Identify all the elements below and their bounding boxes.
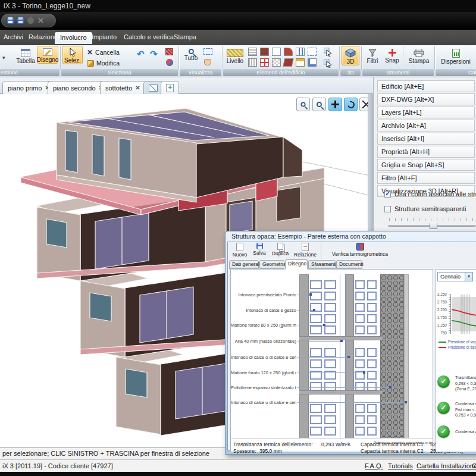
- brick-cell: [355, 415, 365, 424]
- green-line-swatch: [439, 342, 446, 343]
- selection-rect-icon[interactable]: [203, 48, 212, 55]
- relazione-button[interactable]: Relazione: [292, 243, 318, 258]
- tutto-button[interactable]: Tutto: [181, 46, 201, 62]
- filtri-button[interactable]: Filtri: [364, 46, 381, 65]
- tab-documenti[interactable]: Documenti: [336, 260, 362, 269]
- dimension-element-icon[interactable]: [296, 48, 305, 56]
- hand-icon[interactable]: [204, 59, 211, 65]
- pick-element-icon[interactable]: [324, 48, 332, 57]
- save-icon[interactable]: [7, 17, 14, 24]
- add-tab-icon: [166, 84, 174, 92]
- tab-dati-generali[interactable]: Dati generali: [229, 260, 259, 269]
- struttura-opaca-dialog[interactable]: Struttura opaca: Esempio - Parete estern…: [225, 231, 476, 455]
- compass-icon[interactable]: [166, 59, 173, 66]
- brick-cell: [355, 382, 365, 391]
- brick-cell: [355, 427, 365, 436]
- panel-item-edificio[interactable]: Edificio [Alt+E]: [377, 80, 475, 92]
- zoom-window-button[interactable]: [296, 98, 310, 111]
- menu-tab-calcolo-verifica[interactable]: Calcolo e verifica: [124, 33, 174, 40]
- draw-icon: [43, 48, 52, 56]
- layer-label: Intonaco di calce e gesso: [231, 308, 296, 313]
- roof-element-icon[interactable]: [284, 48, 293, 56]
- link-faq[interactable]: F.A.Q.: [365, 462, 383, 469]
- close-icon[interactable]: ✕: [37, 17, 44, 24]
- window4-element-icon[interactable]: [260, 58, 269, 67]
- menu-tab-relazione[interactable]: Relazione: [29, 33, 58, 40]
- disegno-button[interactable]: Disegno: [37, 46, 58, 64]
- door-element-icon[interactable]: [260, 48, 269, 56]
- orbit-icon: [346, 100, 356, 109]
- menu-tab-involucro[interactable]: Involucro: [55, 32, 92, 44]
- tab-geometria[interactable]: Geometria: [259, 260, 284, 269]
- month-select[interactable]: Gennaio ▼: [437, 272, 473, 281]
- tab-disegno[interactable]: Disegno: [285, 259, 308, 270]
- panel-item-inserisci[interactable]: Inserisci [Alt+I]: [377, 133, 475, 145]
- checkbox-colori-strutture[interactable]: Usa i colori associati alle strutture: [384, 190, 476, 198]
- legend-vapore: Pressione di vapore [Pa]: [439, 340, 476, 344]
- group-calcolo: Calcolo: [436, 69, 476, 76]
- panel-item-proprieta[interactable]: Proprietà [Alt+H]: [377, 146, 475, 158]
- tabella-button[interactable]: Tabella: [15, 46, 36, 65]
- verifica-termoigrometrica-button[interactable]: Verifica termoigrometrica: [324, 243, 396, 257]
- pan-button[interactable]: [328, 98, 342, 111]
- check-line: 0,293 < 0,370 W/m²K: [455, 381, 476, 387]
- red-hatch-icon[interactable]: [165, 48, 173, 55]
- checkbox-checked-icon[interactable]: [384, 191, 391, 198]
- window-element-icon[interactable]: [272, 48, 281, 56]
- undo-icon[interactable]: ↶: [137, 50, 145, 58]
- floor-hatch-element-icon[interactable]: [272, 58, 281, 67]
- slab-element-icon[interactable]: [308, 58, 317, 67]
- brick-cell: [355, 404, 365, 413]
- add-tab-button[interactable]: [161, 81, 179, 94]
- close-tab-icon[interactable]: ✕: [135, 84, 140, 91]
- spessore-label: Spessore:: [233, 448, 256, 454]
- stampa-button[interactable]: Stampa: [405, 46, 433, 65]
- panel-item-layers[interactable]: Layers [Alt+L]: [377, 107, 475, 118]
- panel-item-archivio[interactable]: Archivio [Alt+A]: [377, 120, 475, 131]
- save-all-icon[interactable]: [17, 17, 24, 24]
- options-icon[interactable]: [27, 17, 34, 24]
- room-element-icon[interactable]: [308, 48, 317, 56]
- modifica-button[interactable]: Modifica: [87, 60, 120, 67]
- link-cartella-installazione[interactable]: Cartella Installazione: [416, 462, 476, 469]
- slider-thumb[interactable]: [430, 221, 437, 229]
- c2-label: Capacità termica interna C2:: [361, 448, 425, 454]
- menu-tab-impianto[interactable]: Impianto: [92, 33, 117, 40]
- menu-tab-stampa[interactable]: Stampa: [174, 33, 196, 40]
- overflow-arrow-icon[interactable]: ▾: [2, 55, 5, 61]
- brick-cell: [310, 427, 322, 436]
- roof2-element-icon[interactable]: [283, 58, 294, 67]
- tab-sottotetto[interactable]: sottotetto✕: [100, 81, 146, 94]
- pressure-chart: [452, 295, 476, 334]
- pick-element2-icon[interactable]: [324, 59, 332, 68]
- menu-tab-archivi[interactable]: Archivi: [4, 33, 23, 40]
- selez-button[interactable]: Selez.: [62, 46, 83, 64]
- panel-item-griglia-snap[interactable]: Griglia e Snap [Alt+S]: [377, 159, 475, 171]
- panel-item-dxf-dwg[interactable]: DXF-DWG [Alt+X]: [377, 93, 475, 105]
- redo-icon[interactable]: ↷: [150, 50, 158, 58]
- livello-button[interactable]: Livello: [224, 46, 246, 65]
- cancella-button[interactable]: ✕ Cancella: [87, 49, 120, 56]
- salva-button[interactable]: Salva: [250, 243, 268, 256]
- orbit-button[interactable]: [344, 98, 358, 111]
- link-contatti[interactable]: Contatti: [472, 462, 476, 469]
- pillar-element-icon[interactable]: [296, 58, 305, 67]
- 3d-button[interactable]: 3D: [342, 46, 359, 65]
- brick-cell: [355, 325, 365, 334]
- snap-button[interactable]: Snap: [383, 46, 402, 64]
- panel-item-filtro[interactable]: Filtro [Alt+F]: [377, 172, 475, 184]
- duplica-button[interactable]: Duplica: [270, 243, 291, 256]
- checkbox-unchecked-icon[interactable]: [384, 206, 391, 212]
- wall-element-icon[interactable]: [248, 48, 257, 56]
- checkbox-semitrasparenti[interactable]: Strutture semitrasparenti: [384, 205, 466, 212]
- brick-cell: [310, 325, 322, 334]
- brick-cell: [310, 359, 322, 368]
- trasmittanza-label: Trasmittanza termica dell'elemento:: [233, 441, 313, 447]
- brick-cell: [367, 415, 377, 424]
- tab-sfasamento[interactable]: Sfasamento: [308, 260, 336, 269]
- zoom-button[interactable]: [312, 98, 326, 111]
- dispersioni-button[interactable]: Dispersioni: [438, 46, 474, 65]
- nuovo-button[interactable]: Nuovo: [230, 243, 249, 258]
- link-tutorials[interactable]: Tutorials: [388, 462, 413, 469]
- wall2-element-icon[interactable]: [248, 58, 257, 67]
